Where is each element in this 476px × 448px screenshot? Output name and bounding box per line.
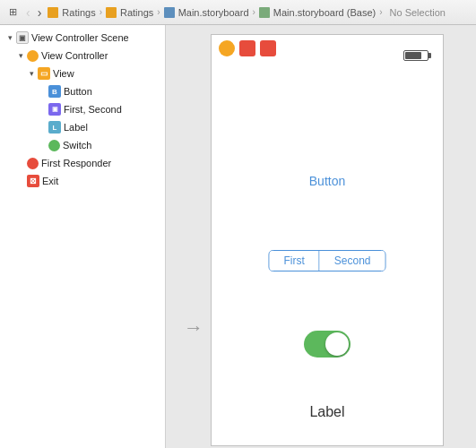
- red-square-icon2: [260, 40, 276, 56]
- scene-label: View Controller Scene: [31, 32, 129, 43]
- responder-label: First Responder: [41, 158, 111, 168]
- device-frame: Button First Second Label: [211, 34, 444, 446]
- arrow-vc: ▾: [14, 49, 27, 62]
- connection-arrow: →: [184, 316, 203, 340]
- exit-label: Exit: [42, 176, 58, 186]
- breadcrumb-ratings1[interactable]: Ratings: [62, 7, 95, 18]
- view-icon: ▭: [38, 67, 50, 80]
- canvas-button[interactable]: Button: [309, 174, 345, 188]
- battery-fill: [405, 52, 421, 59]
- tree-item-exit[interactable]: ▸ ⊠ Exit: [0, 172, 165, 190]
- ratings-icon: [48, 7, 58, 18]
- segment-icon: ▣: [48, 103, 61, 116]
- toggle-track[interactable]: [304, 331, 351, 358]
- vc-label: View Controller: [41, 50, 108, 61]
- tree-item-responder[interactable]: ▸ First Responder: [0, 154, 165, 172]
- forward-button[interactable]: ›: [35, 6, 45, 19]
- tree-item-switch[interactable]: ▸ Switch: [0, 136, 165, 154]
- switch-icon: [48, 140, 60, 151]
- exit-icon: ⊠: [27, 175, 39, 187]
- sep1: ›: [100, 7, 102, 17]
- storyboard-icon: [164, 7, 175, 18]
- breadcrumb-base[interactable]: Main.storyboard (Base): [273, 7, 376, 18]
- responder-icon: [27, 158, 39, 169]
- back-button[interactable]: ‹: [23, 6, 33, 19]
- label-label: Label: [64, 122, 88, 133]
- toggle-thumb: [325, 332, 349, 356]
- main-area: ▾ ▣ View Controller Scene ▾ View Control…: [0, 25, 476, 448]
- tree-item-view[interactable]: ▾ ▭ View: [0, 65, 165, 82]
- button-label: Button: [64, 86, 92, 97]
- tree-item-button[interactable]: ▸ B Button: [0, 82, 165, 100]
- grid-icon: ⊞: [5, 5, 20, 20]
- breadcrumb-main[interactable]: Main.storyboard: [178, 7, 249, 18]
- sep3: ›: [253, 7, 255, 17]
- vc-icon: [27, 50, 39, 62]
- sep4: ›: [379, 7, 382, 17]
- tree-item-scene[interactable]: ▾ ▣ View Controller Scene: [0, 29, 165, 47]
- canvas-label: Label: [309, 404, 344, 420]
- breadcrumb: Ratings › Ratings › Main.storyboard › Ma…: [48, 7, 471, 18]
- storyboard-base-icon: [259, 7, 270, 18]
- folder-icon: [106, 7, 117, 18]
- battery-icon: [403, 50, 428, 61]
- segment-label: First, Second: [64, 104, 122, 115]
- device-top-icons: [219, 40, 276, 56]
- label-icon: L: [48, 121, 61, 134]
- switch-label: Switch: [63, 140, 91, 151]
- breadcrumb-ratings2[interactable]: Ratings: [120, 7, 153, 18]
- scene-panel: ▾ ▣ View Controller Scene ▾ View Control…: [0, 25, 166, 448]
- scene-icon: ▣: [16, 31, 29, 44]
- sep2: ›: [157, 7, 160, 17]
- segmented-control[interactable]: First Second: [268, 250, 385, 271]
- button-icon: B: [48, 85, 61, 98]
- tree-item-segment[interactable]: ▸ ▣ First, Second: [0, 100, 165, 118]
- arrow-scene: ▾: [4, 31, 16, 44]
- red-square-icon1: [239, 40, 255, 56]
- tree-item-label[interactable]: ▸ L Label: [0, 118, 165, 136]
- orange-circle-icon: [219, 40, 235, 56]
- segment-first-button[interactable]: First: [269, 251, 319, 271]
- nav-buttons: ‹ ›: [23, 6, 44, 19]
- segment-second-button[interactable]: Second: [320, 251, 385, 271]
- arrow-view: ▾: [25, 67, 38, 80]
- tree-item-vc[interactable]: ▾ View Controller: [0, 47, 165, 65]
- no-selection-label: No Selection: [390, 7, 446, 18]
- view-label: View: [53, 68, 74, 79]
- canvas-area: Button First Second Label →: [166, 25, 476, 448]
- toolbar: ⊞ ‹ › Ratings › Ratings › Main.storyboar…: [0, 0, 476, 25]
- toggle-switch[interactable]: [304, 331, 351, 358]
